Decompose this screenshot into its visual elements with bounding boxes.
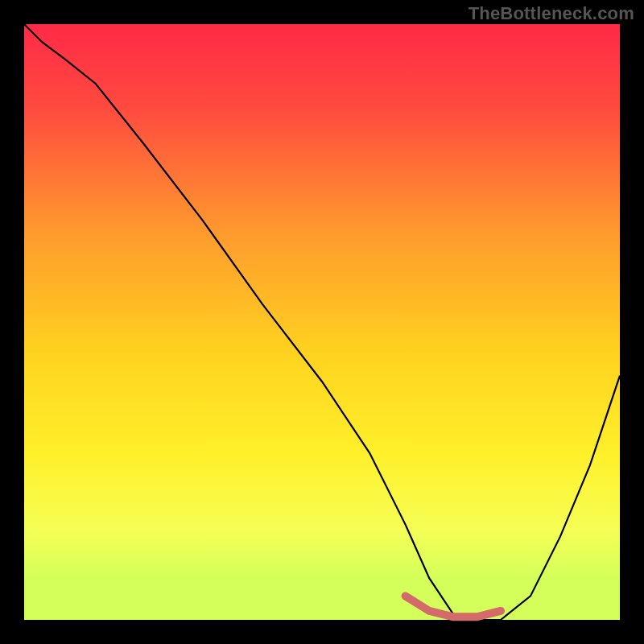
- chart-frame: TheBottleneck.com: [0, 0, 644, 644]
- watermark-text: TheBottleneck.com: [469, 3, 634, 24]
- chart-svg: [0, 0, 644, 644]
- plot-background: [24, 24, 620, 620]
